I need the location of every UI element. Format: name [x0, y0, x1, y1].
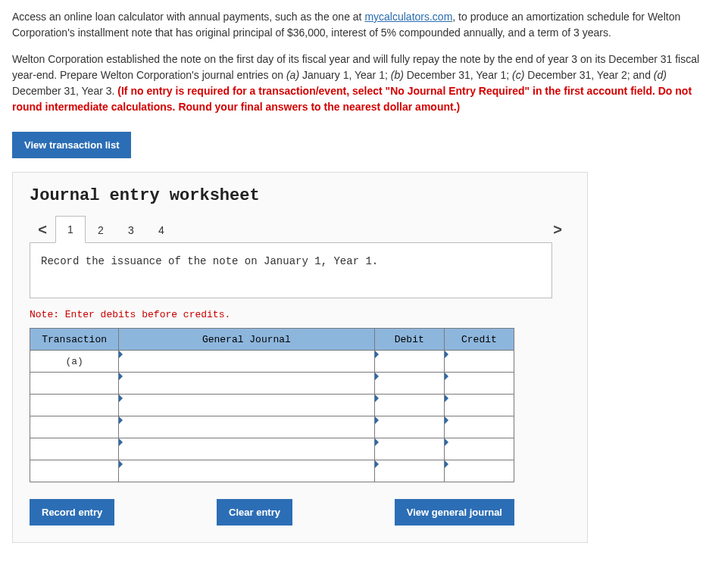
credit-cell[interactable] [444, 438, 514, 460]
table-row [30, 460, 514, 482]
next-entry-arrow[interactable]: > [545, 216, 570, 243]
account-cell[interactable] [119, 416, 375, 438]
debit-cell[interactable] [374, 438, 444, 460]
txn-cell [30, 395, 119, 416]
tab-2[interactable]: 2 [86, 217, 116, 243]
credit-cell[interactable] [444, 351, 514, 373]
view-general-journal-button[interactable]: View general journal [395, 499, 514, 526]
debit-cell[interactable] [374, 351, 444, 373]
credit-cell[interactable] [444, 373, 514, 395]
view-transaction-list-button[interactable]: View transaction list [12, 132, 131, 158]
tab-3[interactable]: 3 [116, 217, 146, 243]
part-a-label: (a) [286, 69, 299, 81]
debit-cell[interactable] [374, 395, 444, 416]
account-cell[interactable] [119, 373, 375, 395]
txn-cell [30, 460, 119, 482]
account-cell[interactable] [119, 438, 375, 460]
instructions-paragraph-1: Access an online loan calculator with an… [12, 9, 716, 41]
credit-cell[interactable] [444, 416, 514, 438]
intro-text: Access an online loan calculator with an… [12, 11, 364, 23]
debit-cell[interactable] [374, 416, 444, 438]
account-cell[interactable] [119, 351, 375, 373]
calculator-link[interactable]: mycalculators.com [364, 11, 452, 23]
account-cell[interactable] [119, 395, 375, 416]
debits-before-credits-note: Note: Enter debits before credits. [30, 309, 570, 320]
part-c-label: (c) [512, 69, 524, 81]
txn-cell [30, 373, 119, 395]
entry-instruction-box: Record the issuance of the note on Janua… [30, 242, 552, 298]
col-header-credit: Credit [444, 329, 514, 351]
table-row [30, 416, 514, 438]
part-b-label: (b) [391, 69, 404, 81]
account-cell[interactable] [119, 460, 375, 482]
debit-cell[interactable] [374, 373, 444, 395]
col-header-general-journal: General Journal [119, 329, 375, 351]
col-header-debit: Debit [374, 329, 444, 351]
tab-4[interactable]: 4 [146, 217, 177, 243]
credit-cell[interactable] [444, 460, 514, 482]
worksheet-tabs: < 1 2 3 4 > [30, 216, 570, 243]
txn-cell [30, 438, 119, 460]
col-header-transaction: Transaction [30, 329, 119, 351]
table-row [30, 395, 514, 416]
journal-entry-table: Transaction General Journal Debit Credit… [30, 328, 514, 482]
txn-cell [30, 416, 119, 438]
debit-cell[interactable] [374, 460, 444, 482]
credit-cell[interactable] [444, 395, 514, 416]
part-d-label: (d) [654, 69, 667, 81]
prev-entry-arrow[interactable]: < [30, 216, 55, 243]
tab-1[interactable]: 1 [55, 216, 86, 243]
chevron-left-icon: < [38, 221, 47, 239]
table-row: (a) [30, 351, 514, 373]
journal-worksheet-panel: Journal entry worksheet < 1 2 3 4 > Reco… [12, 172, 588, 543]
clear-entry-button[interactable]: Clear entry [217, 499, 292, 526]
instructions-paragraph-2: Welton Corporation established the note … [12, 51, 716, 115]
txn-cell: (a) [30, 351, 119, 373]
table-row [30, 373, 514, 395]
table-row [30, 438, 514, 460]
worksheet-button-row: Record entry Clear entry View general jo… [30, 499, 514, 526]
worksheet-title: Journal entry worksheet [30, 186, 570, 205]
record-entry-button[interactable]: Record entry [30, 499, 114, 526]
chevron-right-icon: > [553, 221, 562, 239]
